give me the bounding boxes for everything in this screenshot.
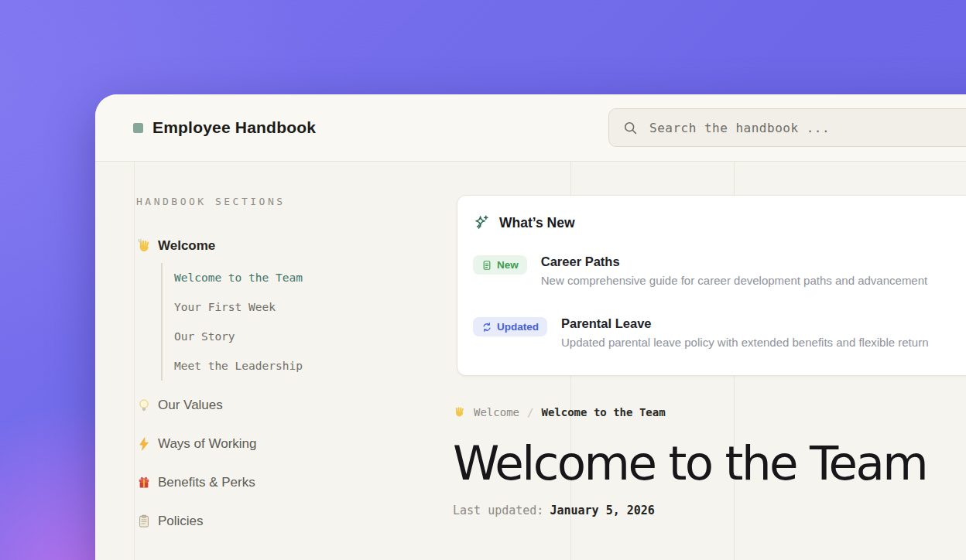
whats-new-header: What’s New	[473, 214, 966, 231]
subnav-item-welcome-to-the-team[interactable]: Welcome to the Team	[174, 263, 446, 292]
subnav-item-meet-the-leadership[interactable]: Meet the Leadership	[174, 351, 446, 381]
sidebar-item-label: Welcome	[158, 238, 215, 254]
entry-body: Career Paths New comprehensive guide for…	[541, 254, 927, 287]
gift-icon	[136, 475, 152, 490]
sidebar-item-benefits-perks[interactable]: Benefits & Perks	[136, 475, 446, 490]
whats-new-title: What’s New	[499, 215, 575, 231]
search-placeholder: Search the handbook ...	[649, 121, 830, 135]
sidebar-item-policies[interactable]: Policies	[136, 514, 446, 529]
search-input[interactable]: Search the handbook ...	[608, 108, 966, 147]
sidebar: HANDBOOK SECTIONS	[136, 162, 446, 529]
new-badge: New	[473, 255, 527, 275]
app-window: Employee Handbook Search the handbook ..…	[95, 94, 966, 560]
bolt-icon	[136, 436, 152, 452]
whats-new-card: What’s New New Career Paths	[457, 195, 966, 376]
sparkles-icon	[473, 214, 490, 231]
subnav-item-your-first-week[interactable]: Your First Week	[174, 292, 446, 322]
entry-description: New comprehensive guide for career devel…	[541, 274, 927, 287]
entry-body: Parental Leave Updated parental leave po…	[561, 316, 928, 349]
app-logo-icon	[133, 123, 143, 133]
breadcrumb-page: Welcome to the Team	[541, 406, 665, 418]
sidebar-item-welcome[interactable]: Welcome	[136, 238, 446, 254]
sidebar-item-label: Our Values	[158, 398, 223, 413]
breadcrumb-section[interactable]: Welcome	[474, 406, 519, 418]
badge-label: New	[497, 259, 519, 271]
document-icon	[481, 260, 492, 271]
badge-label: Updated	[497, 321, 539, 333]
app-body: HANDBOOK SECTIONS	[95, 162, 966, 560]
sidebar-section-label: HANDBOOK SECTIONS	[136, 196, 446, 207]
entry-description: Updated parental leave policy with exten…	[561, 336, 928, 349]
sidebar-item-label: Policies	[158, 514, 204, 529]
entry-title: Career Paths	[541, 254, 927, 269]
main-content: What’s New New Career Paths	[453, 162, 966, 517]
subnav-item-our-story[interactable]: Our Story	[174, 322, 446, 351]
last-updated-label: Last updated:	[453, 504, 543, 517]
wave-icon	[136, 238, 152, 254]
sidebar-item-label: Ways of Working	[158, 436, 257, 452]
entry-title: Parental Leave	[561, 316, 928, 331]
breadcrumb: Welcome / Welcome to the Team	[453, 405, 966, 418]
last-updated-value: January 5, 2026	[550, 504, 654, 517]
updated-badge: Updated	[473, 317, 547, 336]
clipboard-icon	[136, 514, 152, 529]
sidebar-subnav-welcome: Welcome to the Team Your First Week Our …	[161, 263, 446, 381]
wave-icon	[453, 405, 466, 418]
app-title: Employee Handbook	[152, 118, 316, 137]
grid-line-left	[134, 162, 135, 560]
search-icon	[622, 120, 639, 136]
app-header: Employee Handbook Search the handbook ..…	[95, 94, 966, 162]
whats-new-entry-parental-leave[interactable]: Updated Parental Leave Updated parental …	[473, 316, 966, 349]
bulb-icon	[136, 398, 152, 413]
breadcrumb-separator: /	[527, 406, 533, 418]
last-updated: Last updated:January 5, 2026	[453, 504, 966, 517]
whats-new-entry-career-paths[interactable]: New Career Paths New comprehensive guide…	[473, 254, 966, 287]
sidebar-item-our-values[interactable]: Our Values	[136, 398, 446, 413]
refresh-icon	[481, 322, 492, 333]
page-title: Welcome to the Team	[453, 439, 966, 488]
sidebar-item-ways-of-working[interactable]: Ways of Working	[136, 436, 446, 452]
sidebar-item-label: Benefits & Perks	[158, 475, 255, 490]
